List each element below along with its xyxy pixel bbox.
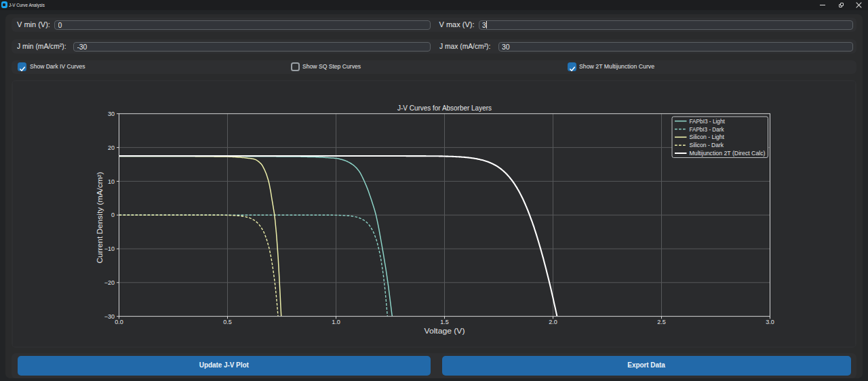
svg-text:−30: −30 xyxy=(104,313,115,320)
svg-text:Voltage (V): Voltage (V) xyxy=(425,327,465,335)
svg-text:J-V Curves for Absorber Layers: J-V Curves for Absorber Layers xyxy=(397,104,492,112)
svg-text:Current Density (mA/cm²): Current Density (mA/cm²) xyxy=(96,172,104,264)
svg-text:1.0: 1.0 xyxy=(332,319,340,325)
svg-text:1.5: 1.5 xyxy=(440,319,449,325)
svg-text:0.5: 0.5 xyxy=(223,319,232,325)
svg-text:3.0: 3.0 xyxy=(766,319,774,325)
svg-text:2.0: 2.0 xyxy=(549,319,557,325)
svg-text:−10: −10 xyxy=(104,245,115,252)
svg-text:FAPbI3 - Light: FAPbI3 - Light xyxy=(690,118,726,125)
svg-text:30: 30 xyxy=(108,111,115,117)
svg-text:Silicon - Light: Silicon - Light xyxy=(690,134,725,140)
svg-text:20: 20 xyxy=(108,144,115,151)
svg-text:2.5: 2.5 xyxy=(657,319,666,325)
svg-text:10: 10 xyxy=(108,178,115,185)
svg-text:0: 0 xyxy=(111,212,115,218)
svg-text:−20: −20 xyxy=(104,279,115,286)
svg-text:Multijunction 2T (Direct Calc): Multijunction 2T (Direct Calc) xyxy=(690,150,766,157)
svg-text:Silicon - Dark: Silicon - Dark xyxy=(690,142,724,148)
svg-text:FAPbI3 - Dark: FAPbI3 - Dark xyxy=(690,126,725,133)
svg-text:0.0: 0.0 xyxy=(115,319,123,325)
